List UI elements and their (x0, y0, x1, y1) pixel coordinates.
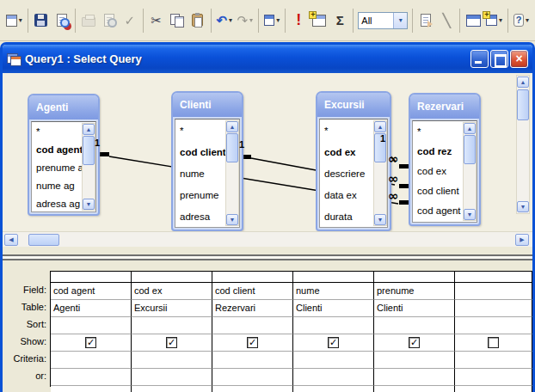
sort-cell[interactable] (132, 317, 212, 334)
show-checkbox[interactable]: ✓ (328, 337, 339, 348)
build-button[interactable]: ╲ (436, 9, 457, 33)
table-cell[interactable]: Clienti (374, 300, 455, 317)
file-search-button[interactable] (52, 9, 72, 33)
empty-cell[interactable] (374, 386, 455, 392)
show-checkbox[interactable]: ✓ (166, 337, 177, 348)
table-box-title[interactable]: Excursii (317, 93, 390, 117)
show-checkbox[interactable]: ✓ (409, 337, 420, 348)
sort-cell[interactable] (293, 317, 374, 334)
or-cell[interactable] (51, 369, 132, 386)
field-cell[interactable]: prenume (374, 283, 455, 300)
query-type-button[interactable]: ▾ (261, 9, 283, 33)
copy-button[interactable] (167, 9, 188, 33)
sort-cell[interactable] (455, 317, 532, 334)
table-box-clienti[interactable]: Clienti * cod client nume prenume adresa… (171, 91, 243, 231)
column-selector[interactable] (455, 272, 532, 283)
scroll-up-icon[interactable]: ▲ (374, 121, 386, 132)
scroll-up-icon[interactable]: ▲ (83, 124, 95, 135)
scroll-up-icon[interactable]: ▲ (464, 123, 476, 134)
scrollbar-thumb[interactable] (226, 133, 238, 162)
close-button[interactable]: × (510, 50, 528, 68)
scroll-down-icon[interactable]: ▼ (226, 214, 238, 225)
empty-cell[interactable] (51, 386, 132, 392)
sort-cell[interactable] (212, 317, 293, 334)
cut-button[interactable]: ✂ (146, 9, 167, 33)
field-cell[interactable] (455, 283, 532, 300)
table-scrollbar[interactable]: ▲ ▼ (82, 123, 95, 211)
spelling-button[interactable]: ✓ (120, 9, 140, 33)
database-window-button[interactable] (463, 9, 483, 33)
save-button[interactable] (31, 9, 52, 33)
or-cell[interactable] (374, 369, 455, 386)
table-cell[interactable]: Rezervari (212, 300, 293, 317)
print-preview-button[interactable] (99, 9, 120, 33)
view-button[interactable]: ▾ (3, 9, 25, 33)
dropdown-arrow-icon[interactable]: ▾ (499, 16, 502, 24)
criteria-cell[interactable] (51, 352, 132, 369)
column-selector[interactable] (293, 272, 374, 283)
table-cell[interactable]: Agenti (51, 300, 132, 317)
diagram-horizontal-scrollbar[interactable]: ◀ ▶ (3, 231, 532, 247)
dropdown-arrow-icon[interactable]: ▾ (19, 16, 22, 24)
criteria-cell[interactable] (132, 352, 212, 369)
paste-button[interactable] (188, 9, 208, 33)
empty-cell[interactable] (132, 386, 212, 392)
scroll-left-icon[interactable]: ◀ (4, 234, 18, 246)
column-selector[interactable] (132, 272, 212, 283)
scroll-up-icon[interactable]: ▲ (226, 121, 238, 132)
field-cell[interactable]: cod ex (132, 283, 212, 300)
table-box-title[interactable]: Agenti (29, 95, 98, 119)
criteria-cell[interactable] (374, 352, 455, 369)
empty-cell[interactable] (212, 386, 293, 392)
help-button[interactable]: ?▾ (511, 9, 532, 33)
show-checkbox[interactable]: ✓ (85, 337, 96, 348)
dropdown-arrow-icon[interactable]: ▾ (276, 16, 280, 24)
empty-cell[interactable] (293, 386, 374, 392)
dropdown-arrow-icon[interactable]: ▾ (526, 16, 529, 24)
show-table-button[interactable]: + (309, 9, 329, 33)
column-selector[interactable] (51, 272, 132, 283)
undo-button[interactable]: ↶▾ (214, 9, 235, 33)
criteria-cell[interactable] (293, 352, 374, 369)
redo-button[interactable]: ↷▾ (235, 9, 255, 33)
field-cell[interactable]: cod agent (51, 283, 132, 300)
minimize-button[interactable] (470, 50, 489, 68)
table-box-excursii[interactable]: Excursii * cod ex descriere data ex dura… (316, 91, 391, 231)
dropdown-arrow-icon[interactable]: ▾ (229, 16, 232, 24)
table-box-title[interactable]: Rezervari (410, 95, 479, 119)
table-box-title[interactable]: Clienti (173, 93, 242, 117)
scrollbar-thumb[interactable] (28, 234, 59, 246)
table-cell[interactable]: Clienti (293, 300, 374, 317)
or-cell[interactable] (293, 369, 374, 386)
or-cell[interactable] (132, 369, 212, 386)
column-selector[interactable] (374, 272, 455, 283)
table-diagram-pane[interactable]: 1 1 1 ∞ ∞ ∞ Agenti * cod agent prenume a… (3, 73, 532, 231)
print-button[interactable] (78, 9, 99, 33)
pane-splitter[interactable] (3, 247, 532, 266)
table-cell[interactable] (455, 300, 532, 317)
criteria-cell[interactable] (455, 352, 532, 369)
or-cell[interactable] (212, 369, 293, 386)
table-scrollbar[interactable]: ▲ ▼ (463, 122, 477, 221)
window-titlebar[interactable]: Query1 : Select Query × (3, 45, 532, 73)
show-checkbox[interactable]: ✓ (247, 337, 258, 348)
field-cell[interactable]: cod client (212, 283, 293, 300)
scroll-down-icon[interactable]: ▼ (374, 214, 386, 225)
show-checkbox[interactable] (488, 337, 499, 348)
scroll-down-icon[interactable]: ▼ (83, 199, 95, 210)
top-values-combobox[interactable]: All ▾ (358, 12, 408, 29)
or-cell[interactable] (455, 369, 532, 386)
table-box-agenti[interactable]: Agenti * cod agent prenume ag nume ag ad… (28, 94, 100, 216)
top-values-value[interactable]: All (359, 15, 393, 26)
empty-cell[interactable] (455, 386, 532, 392)
table-scrollbar[interactable]: ▲ ▼ (225, 120, 239, 226)
column-selector[interactable] (212, 272, 293, 283)
table-box-rezervari[interactable]: Rezervari * cod rez cod ex cod client co… (409, 93, 481, 226)
sort-cell[interactable] (51, 317, 132, 334)
new-object-button[interactable]: +▾ (483, 9, 505, 33)
maximize-button[interactable] (490, 50, 508, 68)
totals-button[interactable]: Σ (329, 9, 350, 33)
scrollbar-thumb[interactable] (464, 135, 476, 164)
sort-cell[interactable] (374, 317, 455, 334)
properties-button[interactable] (415, 9, 436, 33)
